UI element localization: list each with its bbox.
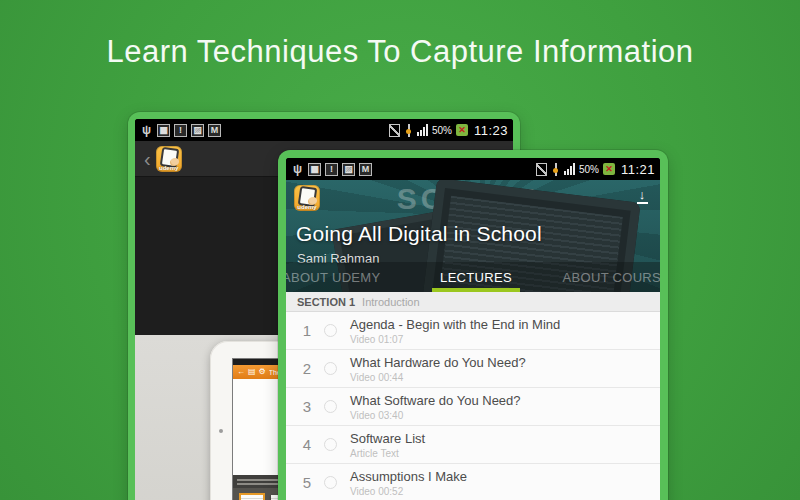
battery-percent: 50%	[579, 164, 599, 175]
lecture-meta: Video 01:07	[350, 334, 560, 345]
lecture-meta: Video 03:40	[350, 410, 521, 421]
notification-icons: ψ▦!▨M	[291, 163, 372, 176]
notification-icons: ψ▦!▨M	[140, 124, 221, 137]
lecture-title: Assumptions I Make	[350, 469, 467, 484]
page-thumbnail	[241, 495, 263, 500]
lecture-checkbox[interactable]	[324, 438, 337, 451]
course-header: SCHOOL udemy ↓ Going All Digital in Scho…	[286, 180, 660, 292]
clock: 11:21	[621, 162, 655, 177]
usb-icon: ψ	[291, 163, 304, 176]
lecture-row[interactable]: 2 What Hardware do You Need? Video 00:44	[286, 350, 660, 388]
lecture-checkbox[interactable]	[324, 476, 337, 489]
gmail-icon: M	[208, 124, 221, 137]
tab-about-udemy[interactable]: ABOUT UDEMY	[286, 262, 411, 292]
status-bar: ψ▦!▨M 50% ✕ 11:21	[286, 158, 660, 180]
lecture-meta: Video 00:52	[350, 486, 467, 497]
lecture-row[interactable]: 4 Software List Article Text	[286, 426, 660, 464]
section-label: SECTION 1	[297, 296, 355, 308]
section-name: Introduction	[362, 296, 419, 308]
lecture-title: What Hardware do You Need?	[350, 355, 526, 370]
lecture-row[interactable]: 5 Assumptions I Make Video 00:52	[286, 464, 660, 500]
tab-bar: ABOUT UDEMY LECTURES ABOUT COURSE	[286, 262, 660, 292]
system-icons: 50% ✕ 11:23	[389, 123, 508, 138]
no-sim-icon	[536, 163, 547, 176]
udemy-logo[interactable]: udemy	[294, 185, 320, 211]
front-phone-screen: ψ▦!▨M 50% ✕ 11:21 SCHOOL udemy ↓ Going A…	[286, 158, 660, 500]
lecture-title: What Software do You Need?	[350, 393, 521, 408]
battery-alert-icon: ✕	[456, 124, 468, 136]
lecture-number: 4	[293, 436, 321, 453]
sdcard-alert-icon: !	[325, 163, 338, 176]
clock: 11:23	[474, 123, 508, 138]
battery-percent: 50%	[432, 125, 452, 136]
lecture-number: 5	[293, 474, 321, 491]
no-sim-icon	[389, 124, 400, 137]
front-phone-frame: ψ▦!▨M 50% ✕ 11:21 SCHOOL udemy ↓ Going A…	[278, 150, 668, 500]
lecture-number: 2	[293, 360, 321, 377]
lecture-list: 1 Agenda - Begin with the End in Mind Vi…	[286, 312, 660, 500]
signal-strength-icon	[564, 163, 575, 175]
tablet-back-icon: ←	[237, 368, 245, 376]
lecture-row[interactable]: 1 Agenda - Begin with the End in Mind Vi…	[286, 312, 660, 350]
gallery-icon: ▨	[191, 124, 204, 137]
download-icon[interactable]: ↓	[634, 189, 650, 204]
calculator-alert-icon: ▦	[157, 124, 170, 137]
signal-strength-icon	[417, 124, 428, 136]
section-header: SECTION 1 Introduction	[286, 292, 660, 312]
lecture-number: 3	[293, 398, 321, 415]
system-icons: 50% ✕ 11:21	[536, 162, 655, 177]
udemy-logo[interactable]: udemy	[156, 146, 182, 172]
tablet-pages-icon: ▤	[248, 368, 256, 376]
back-chevron-icon[interactable]: ‹	[144, 149, 151, 169]
tethering-icon	[404, 124, 413, 137]
course-title: Going All Digital in School	[296, 222, 542, 246]
status-bar: ψ▦!▨M 50% ✕ 11:23	[135, 119, 513, 141]
calculator-alert-icon: ▦	[308, 163, 321, 176]
lecture-checkbox[interactable]	[324, 400, 337, 413]
lecture-title: Agenda - Begin with the End in Mind	[350, 317, 560, 332]
tab-lectures[interactable]: LECTURES	[411, 262, 540, 292]
lecture-number: 1	[293, 322, 321, 339]
lecture-checkbox[interactable]	[324, 362, 337, 375]
tablet-home-button	[219, 429, 223, 433]
sdcard-alert-icon: !	[174, 124, 187, 137]
lecture-row[interactable]: 3 What Software do You Need? Video 03:40	[286, 388, 660, 426]
usb-icon: ψ	[140, 124, 153, 137]
tablet-gear-icon: ⚙	[259, 368, 266, 376]
lecture-title: Software List	[350, 431, 425, 446]
lecture-meta: Video 00:44	[350, 372, 526, 383]
lecture-meta: Article Text	[350, 448, 425, 459]
lecture-checkbox[interactable]	[324, 324, 337, 337]
tethering-icon	[551, 163, 560, 176]
page-title: Learn Techniques To Capture Information	[0, 34, 800, 70]
gallery-icon: ▨	[342, 163, 355, 176]
battery-alert-icon: ✕	[603, 163, 615, 175]
tab-about-course[interactable]: ABOUT COURSE	[541, 262, 660, 292]
gmail-icon: M	[359, 163, 372, 176]
